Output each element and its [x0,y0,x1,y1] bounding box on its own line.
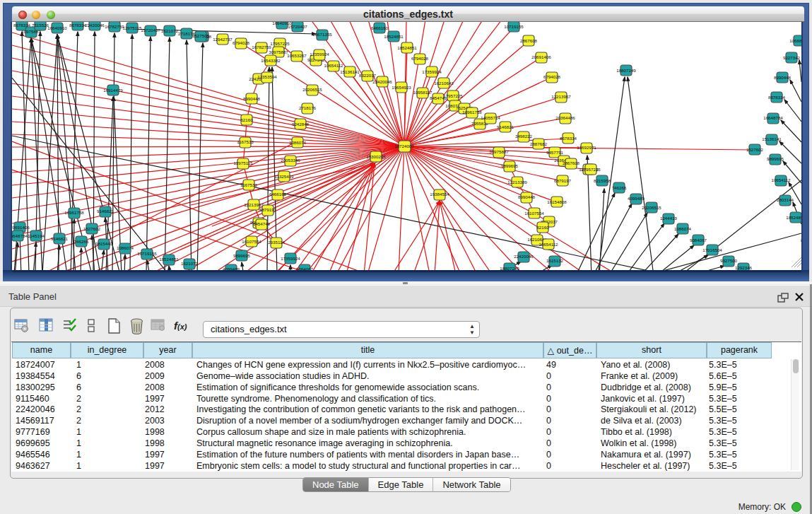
svg-text:16154808: 16154808 [547,199,567,204]
svg-text:10654112: 10654112 [539,242,558,247]
svg-text:14055714: 14055714 [481,115,500,120]
svg-text:20364486: 20364486 [555,115,575,120]
svg-text:22420046: 22420046 [85,23,105,28]
svg-text:18300295: 18300295 [366,154,386,159]
svg-text:1086074: 1086074 [117,245,134,250]
svg-text:9815440: 9815440 [95,241,113,246]
svg-text:9457791: 9457791 [546,150,564,155]
svg-text:1527602: 1527602 [83,226,101,231]
svg-text:8454749: 8454749 [253,221,271,226]
svg-text:18807249: 18807249 [500,266,519,270]
svg-text:17359924: 17359924 [310,52,329,57]
svg-text:9327500: 9327500 [720,258,738,263]
svg-text:2803144: 2803144 [777,197,794,202]
svg-text:15720407: 15720407 [141,28,160,33]
svg-text:9146821: 9146821 [497,124,514,129]
svg-text:746266: 746266 [612,185,627,190]
svg-text:1086074: 1086074 [674,226,692,231]
svg-text:30975887: 30975887 [489,149,509,154]
svg-text:8990448: 8990448 [243,96,261,101]
svg-text:6794028: 6794028 [543,74,561,79]
svg-text:9146821: 9146821 [97,209,114,214]
svg-text:18524851: 18524851 [159,257,179,262]
svg-text:16107554: 16107554 [524,211,544,216]
svg-text:11325419: 11325419 [274,174,294,179]
svg-text:15136141: 15136141 [340,69,360,74]
svg-text:9146821: 9146821 [51,236,69,241]
svg-text:8215958: 8215958 [594,178,611,183]
svg-text:20691406: 20691406 [531,54,551,59]
svg-text:1244419: 1244419 [660,216,678,221]
svg-text:17359924: 17359924 [281,256,300,261]
svg-text:20206515: 20206515 [302,87,322,92]
svg-text:9227342: 9227342 [783,55,801,60]
svg-text:10654112: 10654112 [324,63,343,68]
svg-text:18524851: 18524851 [786,215,801,220]
svg-text:6879197: 6879197 [554,178,572,183]
svg-text:12213389: 12213389 [507,180,527,185]
svg-text:16543382: 16543382 [261,58,281,63]
svg-text:4099489: 4099489 [628,196,645,201]
svg-text:16107554: 16107554 [242,239,261,244]
svg-text:18524851: 18524851 [397,45,417,50]
svg-text:16914479: 16914479 [103,88,123,93]
svg-text:6794028: 6794028 [233,40,250,45]
svg-text:20691406: 20691406 [12,225,30,230]
svg-text:62160: 62160 [240,117,253,122]
svg-text:62160: 62160 [536,225,549,230]
svg-text:16671355: 16671355 [312,32,332,37]
svg-text:9084067: 9084067 [690,238,707,243]
svg-text:1527602: 1527602 [746,147,764,152]
svg-text:9527505: 9527505 [192,33,210,38]
svg-text:10719155: 10719155 [137,251,157,256]
svg-text:1145194: 1145194 [28,233,45,238]
svg-text:16640910: 16640910 [47,25,67,30]
svg-text:20206515: 20206515 [642,205,661,210]
svg-text:16961758: 16961758 [462,110,482,115]
svg-text:12942737: 12942737 [213,37,233,42]
svg-text:9899695: 9899695 [233,253,251,258]
svg-text:1621072: 1621072 [181,261,199,266]
svg-text:2887682: 2887682 [530,141,548,146]
svg-text:1167533: 1167533 [237,139,254,144]
svg-text:13692971: 13692971 [577,145,596,150]
svg-text:2867608: 2867608 [563,160,580,165]
svg-text:16782759: 16782759 [105,24,124,29]
svg-text:15720407: 15720407 [288,24,307,29]
svg-text:2718176: 2718176 [299,105,317,110]
svg-text:12213967: 12213967 [244,202,264,207]
svg-text:12213967: 12213967 [551,94,571,99]
svg-text:17957225: 17957225 [443,93,463,98]
svg-text:12975115: 12975115 [122,25,142,30]
svg-text:9899695: 9899695 [501,163,519,168]
svg-text:6466160: 6466160 [269,192,287,197]
svg-text:18524851: 18524851 [384,34,404,39]
svg-text:16648784: 16648784 [12,233,28,238]
svg-text:10653267: 10653267 [287,53,307,58]
svg-text:10958117: 10958117 [413,90,433,95]
svg-text:2867608: 2867608 [520,38,538,43]
svg-text:6466160: 6466160 [371,25,389,30]
svg-text:19654923: 19654923 [392,85,411,90]
svg-text:8678334: 8678334 [768,95,786,100]
svg-text:9899695: 9899695 [767,156,784,161]
svg-text:18724007: 18724007 [394,144,414,148]
svg-text:2935114: 2935114 [268,240,285,245]
svg-text:20053346: 20053346 [281,158,300,163]
svg-text:746266: 746266 [74,239,89,244]
svg-text:10719155: 10719155 [504,24,524,29]
svg-text:17016504: 17016504 [702,247,722,252]
svg-text:3498222: 3498222 [515,134,533,139]
svg-text:16782759: 16782759 [252,45,271,49]
svg-text:7515526: 7515526 [32,23,49,28]
svg-text:16210643: 16210643 [434,81,454,86]
svg-text:16648784: 16648784 [763,115,783,120]
svg-text:8678334: 8678334 [560,136,577,141]
svg-text:22420046: 22420046 [514,254,534,259]
svg-text:18807249: 18807249 [616,68,636,73]
svg-text:9242848: 9242848 [292,122,310,127]
svg-text:22420046: 22420046 [372,79,392,84]
svg-text:12975115: 12975115 [233,160,253,165]
svg-text:8322037: 8322037 [359,73,377,78]
svg-text:6794028: 6794028 [411,56,429,61]
